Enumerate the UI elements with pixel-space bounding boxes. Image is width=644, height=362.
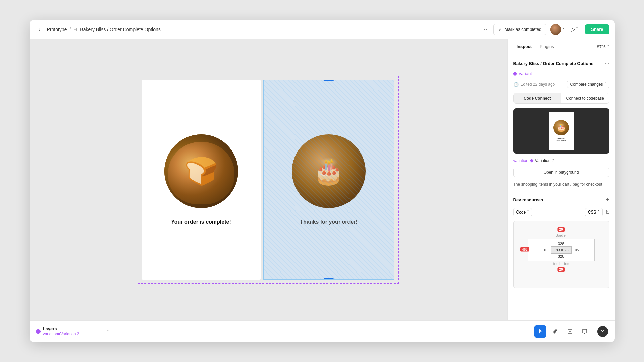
layers-sub: variation=Variation 2 — [43, 331, 104, 336]
css-select[interactable]: CSS ˅ — [585, 208, 603, 216]
pad-left-value: 105 — [543, 248, 549, 252]
component-title: Bakery Bliss / Order Complete Options — [513, 61, 594, 66]
card-1-image — [164, 134, 238, 208]
code-connect-row: Code Connect Connect to codebase — [513, 93, 609, 104]
border-box-label: border-box — [528, 262, 595, 266]
css-diagram: 20 20 463 Border 326 105 183 × 23 — [513, 221, 609, 288]
dev-resources-label: Dev resources — [513, 197, 543, 202]
connect-codebase-button[interactable]: Connect to codebase — [561, 93, 609, 103]
play-caret-icon: ˅ — [576, 26, 578, 33]
dev-resources-row: Dev resources + — [513, 192, 609, 203]
layers-panel: Layers variation=Variation 2 ⌃ — [36, 326, 110, 336]
comment-tool-button[interactable] — [579, 325, 591, 338]
card-1[interactable]: Your order is complete! — [142, 80, 261, 280]
edit-row: 🕐 Edited 22 days ago Compare changes ˅ — [513, 81, 609, 88]
vertical-guide — [329, 80, 329, 280]
page-icon: ⊞ — [73, 27, 77, 32]
play-icon: ▷ — [571, 26, 575, 33]
back-button[interactable]: ‹ — [35, 25, 44, 34]
dim-bottom-badge: 20 — [557, 267, 565, 272]
border-label: Border — [528, 233, 595, 237]
breadcrumb: Prototype / ⊞ Bakery Bliss / Order Compl… — [47, 27, 161, 32]
dim-left-badge: 463 — [520, 247, 529, 252]
variation-row: variation Variation 2 — [513, 158, 609, 163]
tab-plugins[interactable]: Plugins — [536, 41, 557, 52]
horizontal-guide — [138, 178, 507, 178]
toolbar-tools — [534, 325, 591, 338]
right-panel: Inspect Plugins 87% ˅ Bakery Bliss / Ord… — [507, 39, 615, 320]
size-row: 105 183 × 23 105 — [543, 246, 579, 254]
breadcrumb-prototype[interactable]: Prototype — [47, 27, 67, 32]
help-button[interactable]: ? — [597, 326, 608, 337]
top-bar: ‹ Prototype / ⊞ Bakery Bliss / Order Com… — [30, 20, 615, 39]
size-box: 183 × 23 — [551, 246, 571, 254]
canvas-content: Your order is complete! 326 105 105 326 — [138, 76, 399, 284]
layers-diamond-icon — [35, 328, 41, 334]
bread-pattern — [164, 134, 238, 208]
description-text: The shopping items in your cart / bag fo… — [513, 182, 609, 187]
code-row: Code ˅ CSS ˅ ⇅ — [513, 208, 609, 216]
layers-info: Layers variation=Variation 2 — [43, 326, 104, 336]
edited-label: Edited 22 days ago — [521, 82, 555, 87]
padding-box: 326 105 183 × 23 105 326 — [528, 239, 595, 261]
zoom-caret-icon: ˅ — [607, 44, 609, 49]
card-2[interactable]: 326 105 105 326 Thanks for your order! — [263, 80, 394, 280]
open-playground-button[interactable]: Open in playground — [513, 168, 609, 177]
padding-bottom-value: 326 — [558, 254, 564, 258]
mark-completed-button[interactable]: ✓ Mark as completed — [493, 24, 547, 35]
preview-card: 🎂 Thanks foryour order! — [549, 112, 574, 150]
edit-tool-button[interactable] — [564, 325, 576, 338]
avatar-caret-icon: ˅ — [562, 27, 564, 31]
variant-icon — [512, 71, 517, 76]
compare-changes-button[interactable]: Compare changes ˅ — [567, 81, 609, 88]
breadcrumb-sep: / — [69, 27, 71, 32]
variation-label: variation — [513, 158, 528, 163]
variant-label[interactable]: Variant — [519, 71, 532, 76]
css-diagram-inner: 20 20 463 Border 326 105 183 × 23 — [528, 233, 595, 266]
main-layout: Your order is complete! 326 105 105 326 — [30, 39, 615, 320]
code-connect-button[interactable]: Code Connect — [514, 93, 561, 103]
code-select[interactable]: Code ˅ — [513, 208, 532, 216]
pen-tool-button[interactable] — [549, 325, 561, 338]
code-caret-icon: ˅ — [527, 210, 529, 215]
panel-more-options[interactable]: ··· — [605, 60, 609, 66]
more-options-button[interactable]: ··· — [480, 24, 489, 34]
dim-top-badge: 20 — [557, 227, 565, 232]
canvas-area[interactable]: Your order is complete! 326 105 105 326 — [30, 39, 507, 320]
compare-caret-icon: ˅ — [604, 82, 606, 87]
variation-name[interactable]: Variation 2 — [535, 158, 554, 163]
layers-title: Layers — [43, 326, 104, 331]
padding-top-value: 326 — [558, 242, 564, 246]
pad-right-value: 105 — [573, 248, 579, 252]
panel-content: Bakery Bliss / Order Complete Options ··… — [508, 55, 615, 293]
add-dev-resource-button[interactable]: + — [606, 196, 609, 203]
top-bar-actions: ··· ✓ Mark as completed ˅ ▷ ˅ Share — [480, 24, 609, 35]
card-1-text: Your order is complete! — [171, 219, 231, 225]
preview-text: Thanks foryour order! — [557, 137, 566, 142]
play-button[interactable]: ▷ ˅ — [568, 25, 581, 34]
tab-inspect[interactable]: Inspect — [513, 41, 535, 52]
variant-row: Variant — [513, 71, 609, 76]
css-caret-icon: ˅ — [598, 210, 600, 215]
move-tool-button[interactable] — [534, 325, 546, 338]
preview-image: 🎂 — [553, 120, 569, 135]
preview-box: 🎂 Thanks foryour order! — [513, 108, 609, 154]
variation-diamond-icon — [530, 159, 533, 162]
layers-caret-icon[interactable]: ⌃ — [107, 329, 110, 334]
bottom-bar: Layers variation=Variation 2 ⌃ — [30, 320, 615, 342]
panel-title-row: Bakery Bliss / Order Complete Options ··… — [513, 60, 609, 66]
share-button[interactable]: Share — [585, 24, 609, 34]
zoom-control[interactable]: 87% ˅ — [597, 44, 609, 49]
settings-icon[interactable]: ⇅ — [605, 209, 609, 215]
clock-icon: 🕐 — [513, 82, 519, 87]
panel-tabs: Inspect Plugins 87% ˅ — [508, 39, 615, 55]
avatar[interactable] — [550, 24, 561, 35]
breadcrumb-page: Bakery Bliss / Order Complete Options — [80, 27, 160, 32]
check-circle-icon: ✓ — [498, 26, 503, 33]
